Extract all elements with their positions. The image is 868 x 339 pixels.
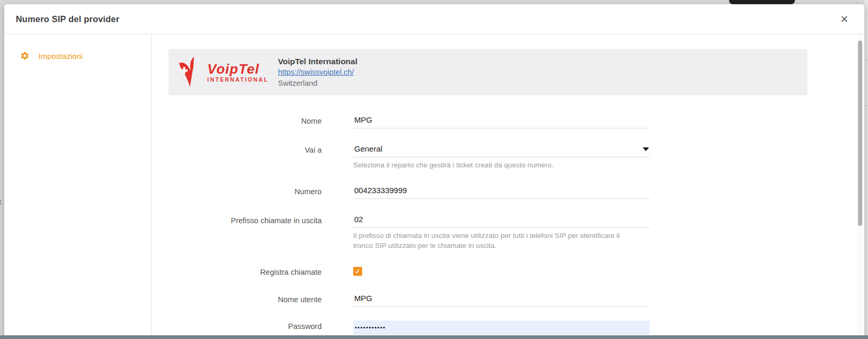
scrollbar-thumb[interactable] [858,41,862,226]
background-line [864,59,868,60]
nome-label: Nome [168,115,322,128]
provider-name: VoipTel International [278,56,357,67]
sidebar: Impostazioni [4,34,152,339]
registra-chiamate-checkbox[interactable]: ✓ [353,267,362,276]
dialog-body: Impostazioni VoipTel INTERNATIONAL [4,34,864,339]
sidebar-item-label: Impostazioni [38,52,83,61]
form-row-prefisso: Prefisso chiamate in uscita Il prefisso … [168,215,864,251]
provider-country: Switzerland [278,78,357,88]
nome-utente-label: Nome utente [168,294,322,307]
dialog-header: Numero SIP del provider ✕ [4,4,864,34]
provider-info: VoipTel International https://swissvoipt… [278,56,357,88]
nome-input[interactable] [353,115,650,128]
vai-a-help-text: Seleziona il reparto che gestirà i ticke… [353,160,640,170]
window-bottom-edge [0,335,868,339]
prefisso-help-text: Il prefisso di chiamata in uscita viene … [353,231,640,251]
background-line [864,105,868,106]
logo-subtitle: INTERNATIONAL [207,77,268,83]
top-notch [729,0,795,4]
prefisso-label: Prefisso chiamate in uscita [168,215,322,251]
check-icon: ✓ [355,268,360,275]
numero-label: Numero [168,186,322,199]
gear-icon [20,51,29,61]
voiptel-logo-mark [178,56,205,88]
vai-a-selected-value: General [354,144,382,153]
form-row-registra-chiamate: Registra chiamate ✓ [168,266,864,276]
voiptel-logo-text: VoipTel INTERNATIONAL [207,62,268,83]
provider-url-link[interactable]: https://swissvoiptel.ch/ [278,67,357,78]
vai-a-label: Vai a [168,144,322,170]
sip-settings-form: Nome Vai a General Seleziona il reparto … [168,115,864,334]
chevron-down-icon [643,147,649,151]
voiptel-logo: VoipTel INTERNATIONAL [178,56,268,88]
close-icon[interactable]: ✕ [838,12,851,26]
dialog-title: Numero SIP del provider [16,14,838,24]
vai-a-select[interactable]: General [353,144,650,157]
provider-card: VoipTel INTERNATIONAL VoipTel Internatio… [168,49,807,95]
password-masked-value: ••••••••••• [355,324,386,331]
form-row-password: Password ••••••••••• [168,321,864,334]
vertical-scrollbar[interactable] [857,34,863,339]
prefisso-input[interactable] [353,215,650,228]
form-row-vai-a: Vai a General Seleziona il reparto che g… [168,144,864,170]
sip-provider-dialog: Numero SIP del provider ✕ Impostazioni [4,4,864,339]
sidebar-item-impostazioni[interactable]: Impostazioni [4,51,151,61]
form-row-nome-utente: Nome utente [168,294,864,307]
password-input[interactable]: ••••••••••• [353,321,650,334]
password-label: Password [168,321,322,334]
settings-panel: VoipTel INTERNATIONAL VoipTel Internatio… [152,34,864,339]
background-right-strip [864,0,868,339]
nome-utente-input[interactable] [353,294,650,307]
form-row-nome: Nome [168,115,864,128]
registra-chiamate-label: Registra chiamate [168,266,322,276]
numero-input[interactable] [353,186,650,199]
form-row-numero: Numero [168,186,864,199]
logo-wordmark: VoipTel [207,62,268,76]
